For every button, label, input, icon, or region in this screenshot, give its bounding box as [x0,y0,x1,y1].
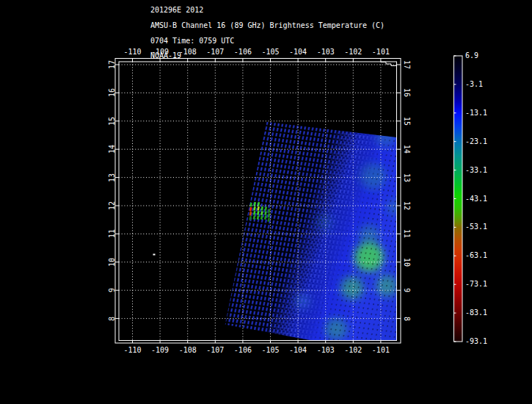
map-boundary-corner-steps [381,62,397,66]
lon-label-top: -101 [372,48,390,56]
lat-label-right: 17 [403,60,410,69]
white-speck-artifact [153,254,156,256]
lat-label-left: 9 [109,288,116,292]
lon-label-bottom: -103 [317,347,335,354]
lon-label-bottom: -109 [151,347,169,354]
lat-label-left: 8 [109,317,116,321]
map-plot [0,0,532,404]
lon-label-top: -106 [234,48,252,56]
lat-label-right: 13 [403,173,410,182]
colorbar-tick-label: -93.1 [465,338,487,345]
lon-label-bottom: -108 [179,347,197,354]
lon-label-bottom: -107 [206,347,224,354]
lat-label-right: 14 [403,145,410,154]
colorbar-tick-label: -13.1 [465,109,487,117]
colorbar [454,56,463,342]
colorbar-tick-label: -43.1 [465,195,487,203]
lat-label-left: 14 [109,145,116,154]
lat-label-right: 15 [403,117,410,126]
colorbar-tick-label: -3.1 [465,81,483,88]
lat-label-right: 9 [403,288,410,292]
lat-label-right: 11 [403,229,410,238]
lat-label-right: 12 [403,201,410,210]
lon-label-bottom: -110 [123,347,141,354]
lat-label-left: 13 [109,173,116,182]
lat-label-left: 10 [109,258,116,267]
lon-label-bottom: -102 [344,347,362,354]
lon-label-top: -107 [206,48,224,56]
lon-label-bottom: -105 [261,347,279,354]
lon-label-top: -102 [344,48,362,56]
colorbar-tick-label: -23.1 [465,138,487,145]
lat-label-right: 10 [403,258,410,267]
colorbar-tick-label: -73.1 [465,281,487,288]
lon-label-bottom: -106 [234,347,252,354]
colorbar-tick-label: -33.1 [465,167,487,174]
lat-label-left: 17 [109,60,116,69]
lon-label-bottom: -101 [372,347,390,354]
colorbar-tick-label: 6.9 [465,52,478,59]
lon-label-top: -108 [179,48,197,56]
lat-label-left: 15 [109,117,116,126]
lat-label-left: 11 [109,229,116,238]
lon-label-top: -103 [317,48,335,56]
colorbar-tick-label: -53.1 [465,223,487,231]
lon-label-top: -104 [289,48,307,56]
lon-label-bottom: -104 [289,347,307,354]
figure-canvas: 201296E 2012 AMSU-B Channel 16 (89 GHz) … [0,0,532,404]
lat-label-right: 8 [403,317,410,321]
lon-label-top: -109 [151,48,169,56]
lat-label-left: 12 [109,201,116,210]
colorbar-tick-label: -63.1 [465,252,487,259]
lon-label-top: -110 [123,48,141,56]
lat-label-right: 16 [403,88,410,97]
colorbar-tick-label: -83.1 [465,309,487,317]
lat-label-left: 16 [109,88,116,97]
lon-label-top: -105 [261,48,279,56]
